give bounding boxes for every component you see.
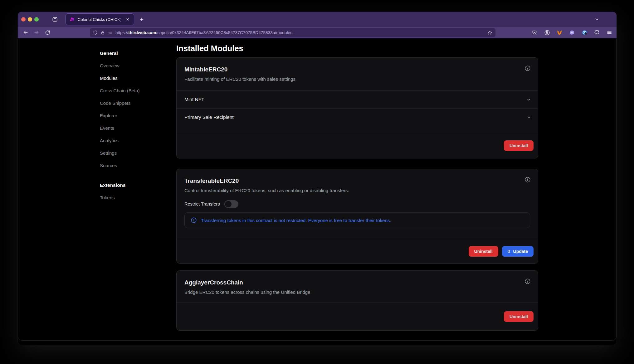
- firefox-view-icon[interactable]: [50, 14, 60, 24]
- account-icon[interactable]: [543, 28, 551, 37]
- accordion-mint-nft[interactable]: Mint NFT: [177, 90, 538, 108]
- restrict-transfers-label: Restrict Transfers: [184, 201, 220, 206]
- pocket-icon[interactable]: [530, 28, 539, 37]
- transfer-info-alert: Transferring tokens in this contract is …: [184, 212, 530, 228]
- sidebar-nav: General Overview Modules Cross Chain (Be…: [100, 47, 167, 204]
- module-description: Bridge ERC20 tokens across chains using …: [184, 289, 530, 295]
- list-all-tabs-icon[interactable]: [592, 14, 602, 24]
- url-domain: thirdweb.com: [128, 30, 156, 35]
- accordion-label: Mint NFT: [184, 97, 204, 102]
- module-card-transferable-erc20: TransferableERC20 Control transferabilit…: [176, 169, 538, 264]
- forward-button[interactable]: [32, 28, 41, 37]
- module-name: MintableERC20: [184, 66, 530, 73]
- permissions-icon[interactable]: [108, 31, 113, 35]
- https-lock-icon[interactable]: [100, 31, 105, 35]
- close-window-button[interactable]: [21, 17, 26, 22]
- sidebar-item-settings[interactable]: Settings: [100, 147, 167, 159]
- chevron-down-icon: [526, 115, 531, 120]
- info-icon[interactable]: [524, 65, 531, 71]
- reload-button[interactable]: [43, 28, 51, 37]
- window-controls: [21, 17, 39, 22]
- bookmark-star-icon[interactable]: [487, 30, 492, 35]
- sidebar-item-cross-chain[interactable]: Cross Chain (Beta): [100, 85, 167, 97]
- tracking-protection-shield-icon[interactable]: [93, 30, 98, 35]
- accordion-primary-sale-recipient[interactable]: Primary Sale Recipient: [177, 108, 538, 126]
- back-button[interactable]: [22, 28, 30, 37]
- module-card-agglayer-cross-chain: AgglayerCrossChain Bridge ERC20 tokens a…: [176, 270, 538, 331]
- info-icon[interactable]: [524, 278, 531, 284]
- phantom-icon[interactable]: [568, 28, 576, 37]
- alert-text: Transferring tokens in this contract is …: [201, 218, 391, 223]
- update-button[interactable]: 0Update: [502, 246, 534, 257]
- sidebar-item-code-snippets[interactable]: Code Snippets: [100, 97, 167, 109]
- nav-toolbar: https://thirdweb.com/sepolia/0x3244A9F67…: [18, 27, 617, 38]
- page-title: Installed Modules: [176, 44, 538, 53]
- sidebar-item-overview[interactable]: Overview: [100, 60, 167, 72]
- sidebar-item-tokens[interactable]: Tokens: [100, 192, 167, 204]
- module-name: AgglayerCrossChain: [184, 279, 530, 286]
- extensions-puzzle-icon[interactable]: [593, 28, 601, 37]
- toggle-knob: [225, 201, 232, 207]
- metamask-icon[interactable]: [555, 28, 563, 37]
- sidebar-heading-extensions: Extensions: [100, 179, 167, 192]
- uninstall-button[interactable]: Uninstall: [469, 246, 498, 257]
- main-column: Installed Modules MintableERC20 Facilita…: [176, 38, 538, 331]
- chevron-down-icon: [526, 97, 531, 102]
- module-name: TransferableERC20: [184, 177, 530, 185]
- accordion-label: Primary Sale Recipient: [184, 114, 234, 120]
- module-description: Control transferability of ERC20 tokens,…: [184, 187, 530, 194]
- screen: Colorful Chicks (CHICK) | Sepoli: [0, 0, 634, 364]
- browser-window: Colorful Chicks (CHICK) | Sepoli: [18, 12, 617, 345]
- menu-hamburger-icon[interactable]: [605, 28, 613, 37]
- sidebar-heading-general: General: [100, 47, 167, 60]
- module-card-mintable-erc20: MintableERC20 Facilitate minting of ERC2…: [176, 57, 538, 158]
- sidebar-item-explorer[interactable]: Explorer: [100, 109, 167, 122]
- uninstall-button[interactable]: Uninstall: [504, 311, 534, 322]
- sidebar-item-sources[interactable]: Sources: [100, 159, 167, 172]
- new-tab-button[interactable]: [137, 14, 147, 24]
- tab-close-icon[interactable]: [124, 16, 131, 22]
- info-icon[interactable]: [524, 177, 531, 183]
- page-content: General Overview Modules Cross Chain (Be…: [18, 38, 617, 345]
- sidebar-item-events[interactable]: Events: [100, 122, 167, 134]
- zoom-window-button[interactable]: [34, 17, 39, 22]
- thirdweb-favicon: [70, 17, 75, 22]
- url-bar[interactable]: https://thirdweb.com/sepolia/0x3244A9F67…: [90, 28, 495, 37]
- sidebar-item-modules[interactable]: Modules: [100, 72, 167, 85]
- active-tab[interactable]: Colorful Chicks (CHICK) | Sepoli: [66, 13, 134, 25]
- update-count-badge: 0: [508, 249, 510, 254]
- module-description: Facilitate minting of ERC20 tokens with …: [184, 76, 530, 82]
- sidebar-item-analytics[interactable]: Analytics: [100, 134, 167, 147]
- update-label: Update: [513, 249, 528, 254]
- tab-strip: Colorful Chicks (CHICK) | Sepoli: [18, 12, 617, 27]
- minimize-window-button[interactable]: [28, 17, 32, 22]
- privacy-extension-icon[interactable]: [580, 28, 588, 37]
- restrict-transfers-toggle[interactable]: [224, 200, 238, 208]
- uninstall-button[interactable]: Uninstall: [504, 140, 534, 151]
- tab-title: Colorful Chicks (CHICK) | Sepoli: [78, 17, 124, 22]
- alert-circle-icon: [191, 217, 197, 223]
- url-text: https://thirdweb.com/sepolia/0x3244A9F67…: [115, 30, 292, 35]
